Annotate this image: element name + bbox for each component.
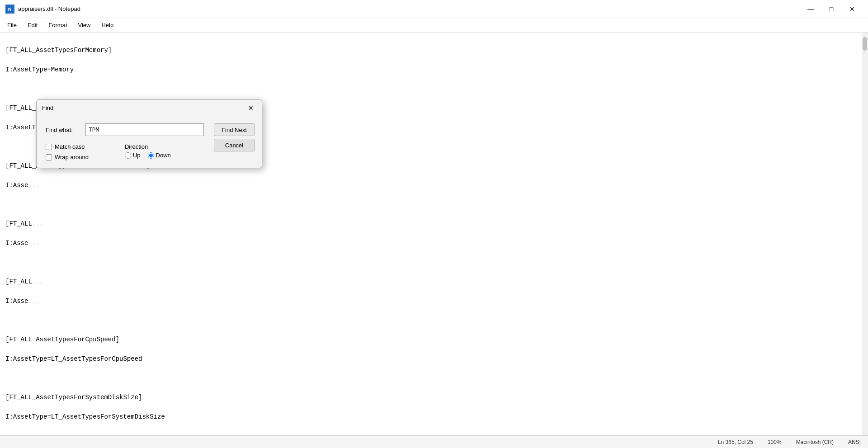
up-text: Up — [133, 152, 141, 159]
dialog-actions: Find Next Cancel — [214, 123, 255, 151]
editor-line — [5, 84, 863, 94]
match-case-label[interactable]: Match case — [46, 143, 89, 150]
editor-line: I:Asse... — [5, 181, 863, 191]
menu-edit[interactable]: Edit — [22, 20, 43, 30]
direction-down-radio[interactable] — [148, 152, 154, 159]
editor-line: [FT_ALL... — [5, 219, 863, 229]
title-bar: N appraisers.dll - Notepad — □ ✕ — [0, 0, 868, 18]
direction-up-label[interactable]: Up — [125, 152, 141, 159]
vertical-scrollbar[interactable] — [862, 33, 868, 435]
dialog-title: Find — [42, 104, 245, 111]
editor-line: I:Asse... — [5, 239, 863, 249]
menu-file[interactable]: File — [2, 20, 22, 30]
find-next-button[interactable]: Find Next — [214, 123, 255, 136]
app-icon: N — [5, 5, 14, 14]
direction-down-label[interactable]: Down — [148, 152, 171, 159]
editor-line: I:AssetType=LT_AssetTypesForCpuSpeed — [5, 354, 863, 364]
zoom-level: 100% — [768, 439, 782, 445]
dialog-close-button[interactable]: ✕ — [245, 103, 256, 113]
maximize-button[interactable]: □ — [821, 0, 842, 18]
editor-line: I:AssetType=LT_AssetTypesForSystemDiskSi… — [5, 412, 863, 422]
editor-line: I:AssetType=Memory — [5, 65, 863, 75]
find-what-label: Find what: — [46, 127, 82, 133]
encoding: ANSI — [848, 439, 861, 445]
editor-line: I:Asse... — [5, 297, 863, 307]
minimize-button[interactable]: — — [800, 0, 821, 18]
find-dialog: Find ✕ Find what: Match case Wrap around — [36, 99, 262, 168]
checkboxes-col: Match case Wrap around — [46, 143, 89, 160]
radio-group: Up Down — [125, 152, 171, 159]
close-button[interactable]: ✕ — [842, 0, 863, 18]
editor-line — [5, 316, 863, 326]
match-case-checkbox[interactable] — [46, 144, 52, 150]
dialog-title-bar: Find ✕ — [37, 100, 262, 116]
editor-line — [5, 374, 863, 384]
wrap-around-label[interactable]: Wrap around — [46, 154, 89, 160]
window-controls: — □ ✕ — [800, 0, 863, 18]
svg-text:N: N — [8, 6, 11, 12]
window-title: appraisers.dll - Notepad — [18, 5, 800, 12]
down-text: Down — [156, 152, 171, 159]
editor-area[interactable]: [FT_ALL_AssetTypesForMemory] I:AssetType… — [0, 33, 868, 435]
line-ending: Macintosh (CR) — [796, 439, 834, 445]
editor-line: [FT_ALL... — [5, 277, 863, 287]
direction-label: Direction — [125, 143, 171, 150]
editor-line: [FT_ALL_AssetTypesForCpuSpeed] — [5, 335, 863, 345]
editor-line — [5, 432, 863, 435]
menu-help[interactable]: Help — [96, 20, 119, 30]
match-case-text: Match case — [55, 143, 85, 150]
cursor-position: Ln 365, Col 25 — [718, 439, 753, 445]
wrap-around-text: Wrap around — [55, 154, 89, 160]
scrollbar-thumb — [863, 37, 867, 51]
editor-line: [FT_ALL_AssetTypesForSystemDiskSize] — [5, 393, 863, 403]
wrap-around-checkbox[interactable] — [46, 154, 52, 160]
editor-line — [5, 200, 863, 210]
menu-bar: File Edit Format View Help — [0, 18, 868, 33]
status-bar: Ln 365, Col 25 100% Macintosh (CR) ANSI — [0, 435, 868, 448]
menu-format[interactable]: Format — [43, 20, 72, 30]
direction-up-radio[interactable] — [125, 152, 131, 159]
cancel-button[interactable]: Cancel — [214, 139, 255, 151]
find-what-input[interactable] — [85, 123, 204, 136]
menu-view[interactable]: View — [73, 20, 96, 30]
editor-line: [FT_ALL_AssetTypesForMemory] — [5, 46, 863, 56]
editor-line — [5, 258, 863, 268]
direction-group: Direction Up Down — [125, 143, 171, 160]
